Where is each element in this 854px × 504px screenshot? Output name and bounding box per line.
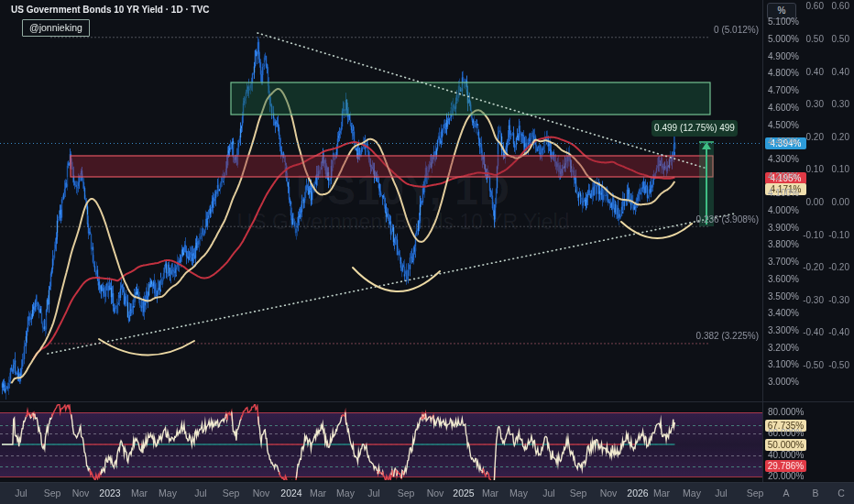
time-tick[interactable]: Nov — [600, 488, 618, 499]
indicator-value-tag: 50.000% — [765, 439, 806, 451]
time-tick[interactable]: Jul — [715, 488, 727, 499]
time-tick[interactable]: Jul — [367, 488, 379, 499]
scale-letter-a[interactable]: A — [783, 488, 789, 499]
time-tick[interactable]: May — [683, 488, 701, 499]
time-tick[interactable]: May — [336, 488, 355, 499]
time-tick[interactable]: Mar — [131, 488, 148, 499]
time-tick-year[interactable]: 2024 — [280, 488, 301, 499]
time-tick-year[interactable]: 2026 — [627, 488, 648, 499]
price-tick[interactable]: 3.200% — [768, 343, 799, 353]
secondary-scale-tick[interactable]: 0.00 — [0, 197, 849, 207]
time-tick[interactable]: Mar — [653, 488, 670, 499]
secondary-scale-tick[interactable]: 0.10 — [0, 164, 849, 174]
indicator-tick[interactable]: 40.000% — [768, 450, 804, 460]
secondary-scale-tick[interactable]: -0.20 — [0, 262, 849, 272]
indicator-tick[interactable]: 80.000% — [768, 407, 804, 417]
time-tick[interactable]: Sep — [570, 488, 587, 499]
indicator-tick[interactable]: 60.000% — [768, 428, 804, 438]
time-tick[interactable]: Sep — [398, 488, 415, 499]
secondary-scale-tick[interactable]: -0.50 — [0, 360, 849, 370]
price-tick[interactable]: 3.600% — [768, 274, 799, 284]
trading-chart-app: US10Y, 1D US Government Bonds 10 YR Yiel… — [0, 0, 854, 504]
rounding-arc-1[interactable] — [99, 339, 194, 356]
time-tick[interactable]: Jul — [194, 488, 206, 499]
secondary-scale-tick[interactable]: 0.50 — [0, 34, 849, 44]
price-tick[interactable]: 3.800% — [768, 239, 799, 249]
time-tick[interactable]: Mar — [482, 488, 498, 499]
secondary-scale-tick[interactable]: 0.20 — [0, 132, 849, 142]
fib-236-label: 0.236 (3.908%) — [696, 214, 759, 225]
time-tick[interactable]: Sep — [747, 488, 764, 499]
price-tick[interactable]: 3.000% — [768, 377, 799, 387]
time-tick[interactable]: Sep — [44, 488, 61, 499]
pane-separator[interactable] — [0, 401, 854, 402]
scale-letter-c[interactable]: C — [838, 488, 845, 499]
price-tick[interactable]: 4.300% — [768, 154, 799, 164]
scale-letter-b[interactable]: B — [812, 488, 818, 499]
indicator-tick[interactable]: 20.000% — [768, 471, 804, 481]
price-tick[interactable]: 5.100% — [768, 16, 799, 27]
time-tick[interactable]: Nov — [72, 488, 90, 499]
time-tick[interactable]: May — [509, 488, 528, 499]
time-tick[interactable]: Mar — [310, 488, 326, 499]
time-tick-year[interactable]: 2025 — [453, 488, 474, 499]
time-tick-year[interactable]: 2023 — [99, 488, 120, 499]
price-tick[interactable]: 4.500% — [768, 120, 799, 130]
secondary-scale-tick[interactable]: 0.40 — [0, 67, 849, 77]
secondary-scale-tick[interactable]: -0.40 — [0, 327, 849, 337]
time-tick[interactable]: Jul — [542, 488, 554, 499]
time-tick[interactable]: Nov — [427, 488, 444, 499]
price-tick[interactable]: 4.700% — [768, 85, 799, 95]
secondary-scale-tick[interactable]: 0.60 — [0, 1, 849, 11]
secondary-scale-tick[interactable]: 0.30 — [0, 99, 849, 109]
secondary-scale-tick[interactable]: -0.10 — [0, 230, 849, 240]
price-tick[interactable]: 4.900% — [768, 51, 799, 61]
time-tick[interactable]: Nov — [253, 488, 270, 499]
secondary-scale-tick[interactable]: -0.30 — [0, 295, 849, 305]
time-tick[interactable]: Sep — [223, 488, 240, 499]
price-tick[interactable]: 3.400% — [768, 308, 799, 318]
time-tick[interactable]: Jul — [15, 488, 27, 499]
time-tick[interactable]: May — [159, 488, 177, 499]
